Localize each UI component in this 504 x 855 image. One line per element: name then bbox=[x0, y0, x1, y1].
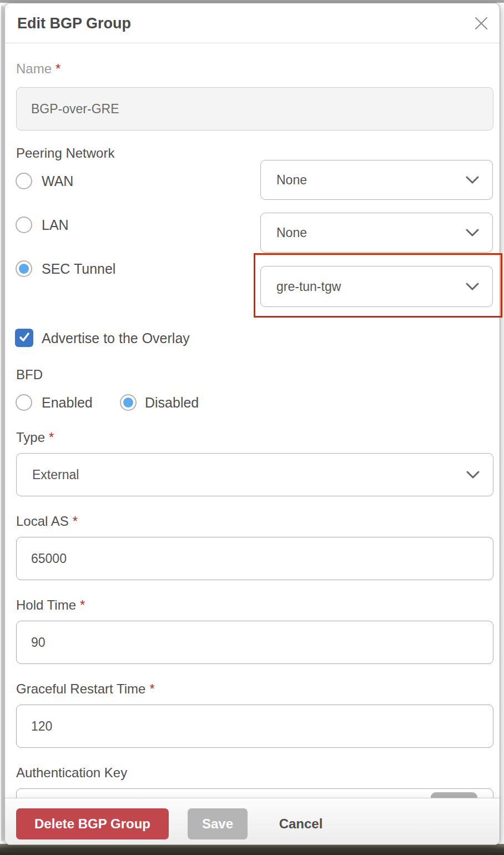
dialog-title: Edit BGP Group bbox=[17, 3, 131, 43]
radio-bfd-enabled[interactable] bbox=[16, 394, 32, 411]
hold-time-input[interactable]: 90 bbox=[16, 621, 493, 664]
advertise-overlay-label: Advertise to the Overlay bbox=[42, 330, 190, 346]
chevron-down-icon bbox=[466, 229, 479, 237]
type-select[interactable]: External bbox=[16, 453, 493, 496]
close-button[interactable] bbox=[470, 12, 493, 36]
peering-network-label: Peering Network bbox=[16, 145, 114, 161]
checkmark-icon bbox=[18, 330, 31, 346]
close-icon bbox=[474, 16, 488, 32]
authentication-key-label: Authentication Key bbox=[16, 765, 127, 781]
background-scrollbar[interactable] bbox=[1, 6, 4, 841]
radio-lan[interactable] bbox=[16, 217, 32, 233]
chevron-down-icon bbox=[466, 471, 480, 479]
radio-wan[interactable] bbox=[16, 173, 32, 189]
save-button[interactable]: Save bbox=[188, 808, 248, 839]
radio-sec-tunnel[interactable] bbox=[16, 260, 32, 277]
required-asterisk: * bbox=[80, 597, 85, 612]
radio-bfd-disabled[interactable] bbox=[120, 394, 137, 411]
advertise-overlay-checkbox[interactable] bbox=[15, 329, 33, 347]
type-select-value: External bbox=[32, 467, 79, 482]
lan-network-select[interactable]: None bbox=[260, 213, 493, 253]
type-label: Type* bbox=[16, 430, 54, 445]
radio-bfd-disabled-label: Disabled bbox=[145, 395, 199, 411]
wan-network-select-value: None bbox=[276, 173, 307, 188]
graceful-restart-time-label: Graceful Restart Time* bbox=[16, 681, 155, 697]
sec-tunnel-select-value: gre-tun-tgw bbox=[276, 279, 341, 294]
graceful-restart-time-input[interactable]: 120 bbox=[16, 705, 493, 748]
cancel-button[interactable]: Cancel bbox=[265, 808, 337, 839]
local-as-label: Local AS* bbox=[16, 514, 78, 529]
radio-lan-label: LAN bbox=[42, 217, 69, 233]
required-asterisk: * bbox=[49, 430, 54, 445]
lan-network-select-value: None bbox=[276, 225, 307, 240]
sec-tunnel-select[interactable]: gre-tun-tgw bbox=[260, 266, 493, 307]
name-label: Name* bbox=[16, 61, 61, 77]
dialog-footer: Delete BGP Group Save Cancel bbox=[5, 798, 500, 844]
chevron-down-icon bbox=[466, 283, 479, 291]
local-as-input[interactable]: 65000 bbox=[16, 537, 493, 580]
background-content-strip bbox=[0, 844, 504, 855]
radio-bfd-enabled-label: Enabled bbox=[42, 395, 93, 411]
required-asterisk: * bbox=[149, 681, 154, 696]
dialog-header: Edit BGP Group bbox=[5, 3, 500, 43]
required-asterisk: * bbox=[56, 61, 61, 76]
hold-time-label: Hold Time* bbox=[16, 597, 85, 613]
radio-sec-tunnel-label: SEC Tunnel bbox=[42, 261, 115, 277]
name-input: BGP-over-GRE bbox=[16, 87, 493, 130]
wan-network-select[interactable]: None bbox=[260, 160, 493, 200]
bfd-label: BFD bbox=[16, 367, 43, 383]
required-asterisk: * bbox=[73, 514, 78, 529]
radio-wan-label: WAN bbox=[42, 173, 73, 189]
edit-bgp-group-dialog: Edit BGP Group Name* BGP-over-GRE Peerin… bbox=[4, 3, 500, 845]
delete-bgp-group-button[interactable]: Delete BGP Group bbox=[16, 808, 169, 839]
chevron-down-icon bbox=[466, 176, 479, 184]
